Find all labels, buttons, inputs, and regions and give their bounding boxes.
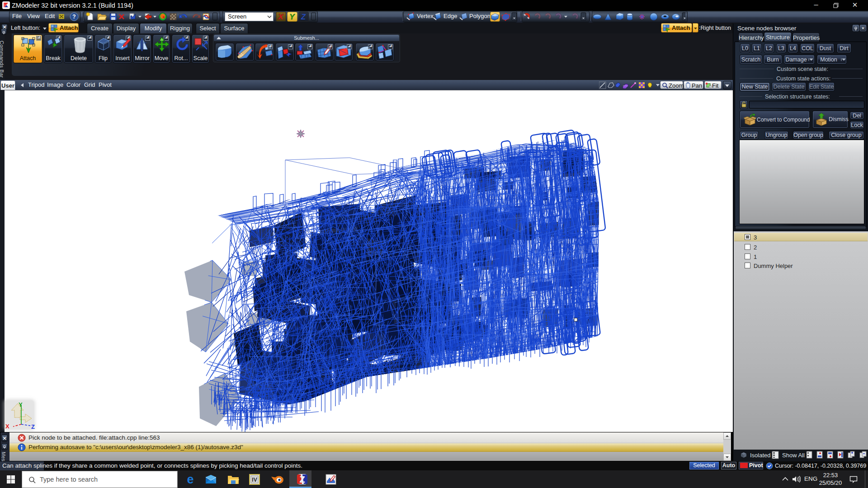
svg-text:IV: IV <box>252 477 257 483</box>
svg-text:Z: Z <box>299 474 305 484</box>
svg-text:?: ? <box>72 14 75 20</box>
svg-text:Y: Y <box>19 401 23 408</box>
svg-text:X: X <box>5 423 9 430</box>
svg-text:X: X <box>278 13 284 21</box>
svg-text:Z: Z <box>31 423 35 430</box>
svg-text:Z: Z <box>301 13 306 21</box>
svg-text:Y: Y <box>289 13 295 21</box>
svg-text:e: e <box>187 474 193 485</box>
